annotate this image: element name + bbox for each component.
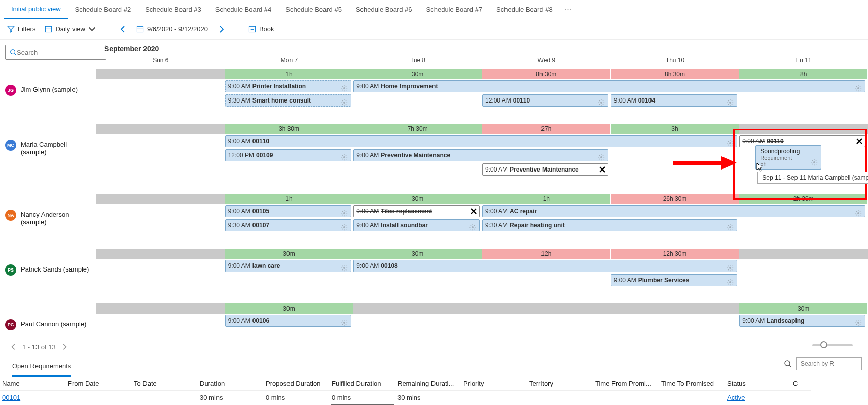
board-tab[interactable]: Schedule Board #5: [278, 0, 349, 19]
gear-icon[interactable]: [599, 152, 606, 159]
view-mode-button[interactable]: Daily view: [45, 25, 96, 33]
board-tab[interactable]: Schedule Board #6: [349, 0, 419, 19]
gear-icon[interactable]: [728, 138, 735, 145]
booking-title: AC repair: [510, 208, 537, 215]
requirements-search-input[interactable]: [796, 357, 862, 370]
zoom-slider[interactable]: [812, 344, 853, 346]
gear-icon[interactable]: [728, 222, 735, 229]
requirement-row[interactable]: 0010130 mins0 mins0 mins30 minsActive: [0, 391, 868, 404]
book-button[interactable]: Book: [248, 25, 274, 33]
gear-icon[interactable]: [728, 262, 735, 269]
next-week-button[interactable]: [217, 25, 225, 33]
resource-row[interactable]: MCMaria Campbell (sample): [0, 136, 96, 206]
booking[interactable]: 9:00 AMLandscaping: [739, 315, 865, 327]
col-header[interactable]: Name: [0, 377, 66, 391]
board-tab-overflow[interactable]: ⋯: [560, 2, 576, 17]
col-header[interactable]: Time From Promi...: [593, 377, 659, 391]
close-icon[interactable]: [855, 137, 863, 145]
board-tab[interactable]: Schedule Board #3: [138, 0, 208, 19]
gear-icon[interactable]: [342, 152, 349, 159]
gear-icon[interactable]: [599, 97, 606, 104]
gear-icon[interactable]: [856, 317, 863, 324]
booking[interactable]: 12:00 AM00110: [482, 94, 608, 107]
gear-icon[interactable]: [856, 83, 863, 90]
board-tab[interactable]: Schedule Board #2: [68, 0, 138, 19]
gear-icon[interactable]: [342, 317, 349, 324]
gear-icon[interactable]: [728, 97, 735, 104]
col-header[interactable]: Priority: [461, 377, 527, 391]
booking[interactable]: 9:00 AMPrinter Installation: [225, 80, 351, 92]
col-header[interactable]: Duration: [198, 377, 264, 391]
svg-point-21: [729, 226, 731, 228]
booking-track[interactable]: 9:00 AM001069:00 AMLandscaping: [96, 314, 868, 329]
booking[interactable]: 9:00 AMHome Improvement: [353, 80, 865, 92]
booking[interactable]: 9:00 AMInstall soundbar: [353, 219, 480, 231]
link[interactable]: Active: [727, 394, 745, 401]
resource-row[interactable]: PSPatrick Sands (sample): [0, 260, 96, 315]
booking[interactable]: 9:30 AM00107: [225, 219, 351, 231]
filters-button[interactable]: Filters: [7, 25, 35, 33]
search-input[interactable]: [17, 49, 102, 56]
booking[interactable]: 9:00 AM00106: [225, 315, 351, 327]
booking[interactable]: 9:00 AM00110: [225, 135, 737, 147]
search-icon[interactable]: [784, 360, 792, 368]
booking[interactable]: 9:00 AMlawn care: [225, 260, 351, 272]
board-tab[interactable]: Schedule Board #8: [489, 0, 560, 19]
col-header[interactable]: Status: [725, 377, 791, 391]
prev-week-button[interactable]: [119, 25, 127, 33]
search-input-wrap[interactable]: [5, 45, 106, 60]
col-header[interactable]: Territory: [527, 377, 593, 391]
cell: Active: [725, 391, 791, 404]
booking[interactable]: 9:30 AMSmart home consult: [225, 94, 351, 107]
gear-icon[interactable]: [342, 208, 349, 215]
resource-name: Nancy Anderson (sample): [21, 210, 91, 226]
tab-open-requirements[interactable]: Open Requirements: [12, 359, 71, 377]
gear-icon[interactable]: [342, 222, 349, 229]
close-icon[interactable]: [598, 165, 606, 174]
booking[interactable]: 9:00 AMPreventive Maintenance: [482, 163, 608, 176]
booking-track[interactable]: 9:00 AMPrinter Installation9:00 AMHome I…: [96, 79, 868, 124]
booking[interactable]: 9:00 AM00108: [353, 260, 737, 272]
summary-cell: 30m: [353, 69, 482, 79]
booking[interactable]: 9:00 AMPlumber Services: [611, 274, 737, 286]
gear-icon[interactable]: [342, 262, 349, 269]
gear-icon[interactable]: [342, 97, 349, 104]
gear-icon[interactable]: [856, 208, 863, 215]
board-tab[interactable]: Schedule Board #4: [208, 0, 279, 19]
booking[interactable]: 9:00 AMAC repair: [482, 205, 865, 217]
date-range-picker[interactable]: 9/6/2020 - 9/12/2020: [136, 25, 208, 33]
col-header[interactable]: Time To Promised: [659, 377, 725, 391]
col-header[interactable]: C: [791, 377, 811, 391]
booking[interactable]: 12:00 PM00109: [225, 149, 351, 161]
booking-track[interactable]: 9:00 AM001109:00 AM0011012:00 PM001099:0…: [96, 134, 868, 194]
booking[interactable]: 9:00 AM00104: [611, 94, 737, 107]
booking[interactable]: 9:00 AMTiles replacement: [353, 205, 480, 217]
gear-icon[interactable]: [342, 83, 349, 90]
gear-icon[interactable]: [728, 277, 735, 284]
drag-preview-card[interactable]: SoundproofingRequirement5h: [755, 145, 821, 170]
col-header[interactable]: To Date: [132, 377, 198, 391]
col-header[interactable]: Remaining Durati...: [395, 377, 461, 391]
close-icon[interactable]: [469, 207, 478, 215]
resource-row[interactable]: NANancy Anderson (sample): [0, 206, 96, 260]
pager-prev[interactable]: [10, 343, 17, 350]
col-header[interactable]: From Date: [66, 377, 132, 391]
link[interactable]: 00101: [2, 394, 20, 401]
booking[interactable]: 9:30 AMRepair heating unit: [482, 219, 737, 231]
booking-track[interactable]: 9:00 AMlawn care9:00 AM001089:00 AMPlumb…: [96, 259, 868, 303]
col-header[interactable]: Fulfilled Duration: [330, 377, 395, 391]
summary-cell: [96, 69, 225, 79]
booking-track[interactable]: 9:00 AM001059:00 AMTiles replacement9:00…: [96, 204, 868, 249]
timeline: September 2020 Sun 6Mon 7Tue 8Wed 9Thu 1…: [96, 40, 868, 339]
resource-row[interactable]: JGJim Glynn (sample): [0, 81, 96, 136]
board-tabs: Initial public viewSchedule Board #2Sche…: [0, 0, 868, 19]
resource-row[interactable]: PCPaul Cannon (sample): [0, 315, 96, 339]
col-header[interactable]: Proposed Duration: [264, 377, 330, 391]
booking[interactable]: 9:00 AMPreventive Maintenance: [353, 149, 608, 161]
gear-icon[interactable]: [471, 222, 478, 229]
board-tab[interactable]: Initial public view: [4, 0, 68, 19]
booking[interactable]: 9:00 AM00105: [225, 205, 351, 217]
booking-title: 00107: [252, 222, 269, 229]
board-tab[interactable]: Schedule Board #7: [419, 0, 490, 19]
pager-next[interactable]: [61, 343, 68, 350]
